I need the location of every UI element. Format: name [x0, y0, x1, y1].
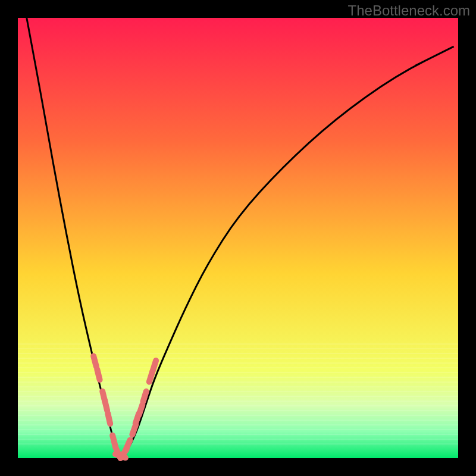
bottleneck-chart-canvas — [0, 0, 476, 476]
watermark-text: TheBottleneck.com — [348, 2, 470, 19]
